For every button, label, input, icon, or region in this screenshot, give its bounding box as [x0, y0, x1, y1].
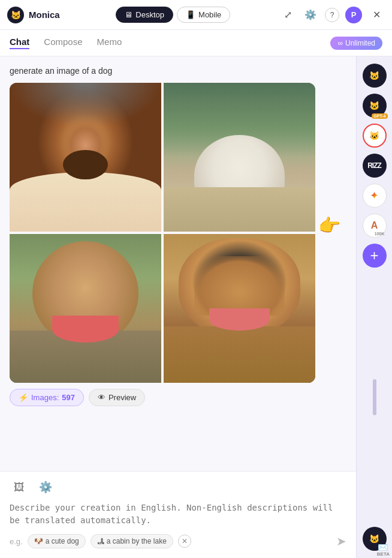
image-container: 👉 [10, 83, 315, 389]
sidebar-item-monica-main[interactable]: 🐱 [363, 64, 387, 88]
pointer-emoji: 👉 [318, 215, 340, 236]
tab-memo[interactable]: Memo [97, 37, 122, 49]
mode-buttons: 🖥 Desktop 📱 Mobile [72, 7, 275, 23]
title-bar: 🐱 Monica 🖥 Desktop 📱 Mobile ⤢ ⚙️ ? P ✕ [0, 0, 392, 30]
logo-icon: 🐱 [7, 7, 24, 23]
add-model-button[interactable]: + [363, 244, 387, 268]
suggestion-cabin[interactable]: 🏞 a cabin by the lake [91, 534, 173, 548]
gpt4-label: GPT-4 [372, 113, 387, 119]
input-area: 🖼 ⚙️ e.g. 🐶 a cute dog 🏞 a cabin by the … [0, 471, 356, 558]
mobile-icon: 📱 [186, 10, 195, 19]
title-icons: ⤢ ⚙️ ? P ✕ [279, 7, 385, 23]
sidebar-item-gpt4[interactable]: 🐱 GPT-4 [363, 94, 387, 118]
chat-messages: generate an image of a dog [0, 56, 356, 471]
image-count-value: 597 [62, 393, 75, 402]
app-title: Monica [29, 10, 60, 20]
images-count-button[interactable]: ⚡ Images: 597 [10, 389, 84, 406]
desktop-icon: 🖥 [125, 10, 132, 19]
scrollbar-thumb[interactable] [373, 379, 376, 415]
settings-button[interactable]: ⚙️ [302, 7, 319, 23]
desktop-mode-button[interactable]: 🖥 Desktop [116, 7, 173, 23]
mail-badge-icon: ✉️ [378, 542, 388, 552]
tab-compose[interactable]: Compose [44, 37, 82, 49]
sidebar-item-monica-active[interactable]: 🐱 [363, 124, 387, 148]
sidebar-item-rizz[interactable]: RIZZ [363, 154, 387, 178]
dog-image-4 [164, 234, 315, 383]
right-sidebar: 🐱 🐱 GPT-4 🐱 RIZZ ✦ BETA A 100K + [356, 56, 392, 558]
help-button[interactable]: ? [325, 8, 339, 22]
settings-tool-button[interactable]: ⚙️ [36, 478, 55, 497]
chat-input[interactable] [10, 502, 346, 527]
nav-tabs: Chat Compose Memo ∞ Unlimited [0, 30, 392, 56]
input-tools: 🖼 ⚙️ [10, 478, 346, 497]
clear-button[interactable]: ✕ [178, 535, 191, 548]
preview-button[interactable]: 👁 Preview [89, 389, 145, 406]
input-suggestions: e.g. 🐶 a cute dog 🏞 a cabin by the lake … [10, 534, 346, 548]
chat-area: generate an image of a dog [0, 56, 356, 558]
close-button[interactable]: ✕ [368, 7, 385, 23]
lightning-icon: ⚡ [19, 393, 28, 402]
landscape-emoji: 🏞 [97, 537, 104, 545]
user-message: generate an image of a dog [10, 66, 346, 76]
sidebar-item-bottom[interactable]: 🐱 ✉️ [363, 527, 387, 551]
main-layout: generate an image of a dog [0, 56, 392, 558]
image-upload-button[interactable]: 🖼 [10, 478, 29, 497]
sidebar-item-anthropic[interactable]: A 100K [363, 214, 387, 238]
unlimited-badge: ∞ Unlimited [330, 37, 382, 50]
profile-button[interactable]: P [345, 7, 362, 23]
dog-image-1 [10, 83, 161, 232]
eg-label: e.g. [10, 537, 23, 546]
dog-image-3 [10, 234, 161, 383]
mobile-mode-button[interactable]: 📱 Mobile [177, 7, 230, 23]
image-actions: ⚡ Images: 597 👁 Preview [10, 389, 346, 406]
image-grid [10, 83, 315, 383]
eye-icon: 👁 [98, 393, 105, 402]
dog-emoji: 🐶 [34, 537, 43, 545]
expand-button[interactable]: ⤢ [279, 7, 296, 23]
tab-chat[interactable]: Chat [10, 37, 29, 49]
rizz-label: RIZZ [367, 161, 381, 170]
dog-image-2 [164, 83, 315, 232]
infinity-icon: ∞ [337, 39, 343, 47]
sidebar-item-gemini[interactable]: ✦ BETA [363, 184, 387, 208]
suggestion-dog[interactable]: 🐶 a cute dog [28, 534, 86, 548]
send-button[interactable]: ➤ [336, 534, 346, 548]
